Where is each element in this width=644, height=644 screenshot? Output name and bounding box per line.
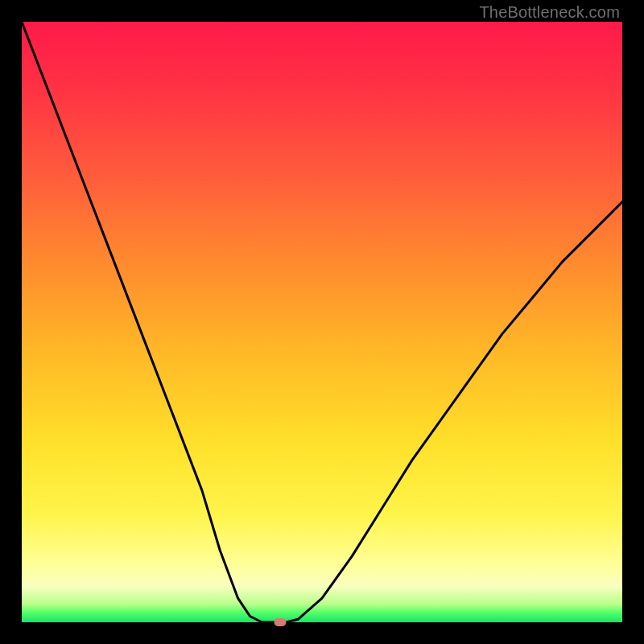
optimum-marker bbox=[274, 618, 286, 626]
curve-path bbox=[22, 22, 622, 622]
chart-frame: TheBottleneck.com bbox=[0, 0, 644, 644]
plot-area bbox=[22, 22, 622, 622]
watermark-text: TheBottleneck.com bbox=[479, 3, 620, 22]
bottleneck-curve bbox=[22, 22, 622, 622]
